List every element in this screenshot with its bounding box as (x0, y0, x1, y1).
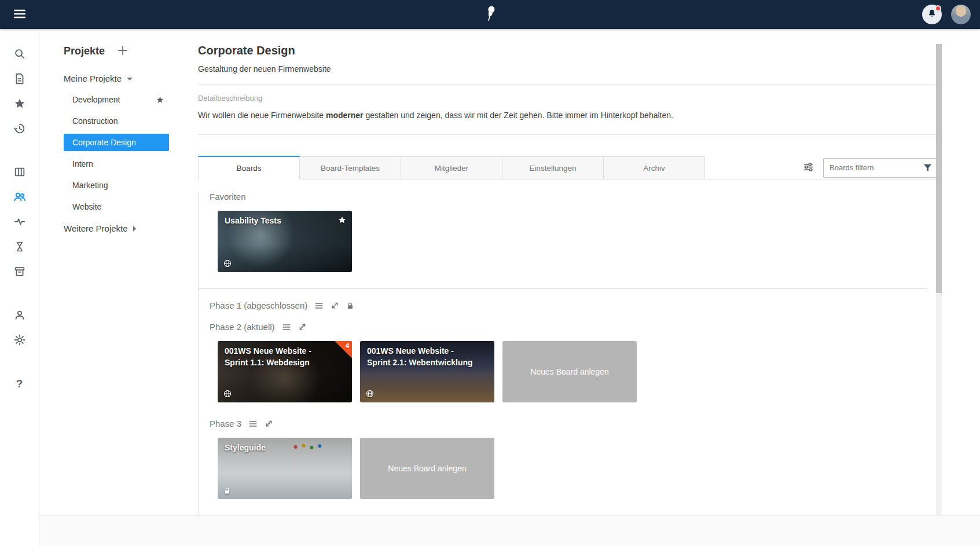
project-item-corporate-design[interactable]: Corporate Design (64, 134, 169, 151)
user-avatar[interactable] (951, 5, 971, 24)
tab-bar-controls (705, 156, 937, 179)
notifications-button[interactable] (922, 5, 942, 24)
rail-team-button[interactable] (8, 186, 31, 209)
vertical-scrollbar[interactable] (936, 44, 942, 515)
board-card-title: 001WS Neue Website - Sprint 1.1: Webdesi… (225, 346, 332, 368)
project-group-meine-projekte[interactable]: Meine Projekte (64, 74, 198, 83)
board-icon (13, 166, 26, 180)
section-lock-icon (346, 302, 354, 310)
tab-archiv[interactable]: Archiv (603, 156, 705, 179)
rail-archive-button[interactable] (8, 261, 31, 284)
board-card-title: 001WS Neue Website - Sprint 2.1: Webentw… (367, 346, 475, 368)
scrollbar-thumb[interactable] (936, 44, 942, 293)
project-item-website[interactable]: Website (64, 198, 169, 215)
user-icon (13, 309, 26, 323)
board-card-sprint-2-1[interactable]: 001WS Neue Website - Sprint 2.1: Webentw… (360, 341, 494, 402)
corner-badge-count: 4 (346, 342, 349, 349)
divider (198, 134, 937, 135)
bottom-strip (39, 515, 980, 546)
section-phase-1: Phase 1 (abgeschlossen) (210, 301, 936, 310)
rail-time-button[interactable] (8, 236, 31, 259)
help-icon: ? (16, 378, 23, 390)
top-header (0, 0, 980, 29)
main-content: Corporate Design Gestaltung der neuen Fi… (198, 29, 937, 516)
board-view-settings-button[interactable] (803, 162, 814, 174)
hourglass-icon (14, 240, 25, 255)
page-title: Corporate Design (198, 44, 937, 57)
team-icon (13, 190, 27, 206)
board-card-usability-tests[interactable]: Usability Tests (218, 211, 352, 272)
tab-bar: Boards Board-Templates Mitglieder Einste… (198, 156, 937, 179)
section-expand-icon[interactable] (331, 301, 339, 310)
chevron-down-icon (127, 78, 133, 80)
hamburger-icon (14, 9, 25, 20)
project-group-weitere-projekte[interactable]: Weitere Projekte (64, 223, 198, 233)
corner-badge (335, 341, 352, 358)
rail-boards-button[interactable] (8, 161, 31, 184)
project-item-intern[interactable]: Intern (64, 155, 169, 173)
section-menu-icon[interactable] (248, 419, 258, 428)
tab-einstellungen[interactable]: Einstellungen (502, 156, 604, 179)
tab-boards[interactable]: Boards (198, 156, 300, 179)
tab-board-templates[interactable]: Board-Templates (299, 156, 401, 179)
history-icon (13, 122, 26, 137)
board-star-icon[interactable] (337, 215, 347, 225)
add-project-button[interactable] (118, 45, 128, 57)
menu-button[interactable] (9, 4, 30, 25)
project-item-development[interactable]: Development (64, 91, 169, 108)
project-item-label: Website (72, 202, 101, 211)
rail-favorites-button[interactable] (8, 93, 31, 116)
rail-documents-button[interactable] (8, 68, 31, 91)
gear-icon (13, 334, 26, 348)
rail-activity-button[interactable] (8, 211, 31, 234)
projects-panel: Projekte Meine Projekte Development Cons… (39, 29, 198, 546)
favorite-star-icon[interactable] (156, 96, 164, 104)
section-collapse-icon[interactable] (298, 323, 307, 331)
add-board-label: Neues Board anlegen (530, 367, 608, 376)
project-item-construction[interactable]: Construction (64, 112, 169, 130)
project-group-label: Weitere Projekte (64, 223, 128, 233)
project-item-marketing[interactable]: Marketing (64, 177, 169, 194)
divider (199, 288, 928, 289)
lock-icon (223, 487, 231, 494)
board-card-title: Styleguide (225, 442, 332, 454)
description-bold: moderner (326, 111, 364, 120)
globe-icon (366, 390, 374, 398)
filter-funnel-icon (923, 163, 933, 175)
section-title-favoriten: Favoriten (210, 192, 936, 201)
phase-3-cards-row: Styleguide Neues Board anlegen (218, 438, 936, 499)
rail-history-button[interactable] (8, 118, 31, 141)
board-card-sprint-1-1[interactable]: 001WS Neue Website - Sprint 1.1: Webdesi… (218, 341, 352, 402)
tab-mitglieder[interactable]: Mitglieder (401, 156, 502, 179)
projects-title: Projekte (64, 45, 105, 57)
project-description: Wir wollen die neue Firmenwebsite modern… (198, 109, 937, 122)
search-icon (13, 47, 26, 62)
document-icon (13, 72, 26, 87)
phase-2-cards-row: 001WS Neue Website - Sprint 1.1: Webdesi… (218, 341, 936, 402)
globe-icon (223, 390, 232, 398)
section-title-phase-1: Phase 1 (abgeschlossen) (210, 301, 307, 310)
rail-search-button[interactable] (8, 43, 31, 66)
section-title-phase-3: Phase 3 (210, 419, 241, 428)
section-title-phase-2: Phase 2 (aktuell) (210, 322, 275, 332)
header-actions (922, 5, 971, 24)
section-menu-icon[interactable] (314, 301, 324, 310)
add-board-button[interactable]: Neues Board anlegen (502, 341, 637, 402)
rail-settings-button[interactable] (8, 329, 31, 352)
page-subtitle: Gestaltung der neuen Firmenwebsite (198, 64, 937, 74)
globe-icon (223, 259, 232, 267)
rail-help-button[interactable]: ? (8, 372, 31, 395)
section-menu-icon[interactable] (282, 323, 291, 332)
projects-header: Projekte (64, 45, 198, 57)
board-filter-input[interactable] (823, 158, 937, 178)
icon-rail: ? (0, 29, 39, 546)
board-card-title: Usability Tests (225, 215, 332, 227)
add-board-button[interactable]: Neues Board anlegen (360, 438, 494, 499)
project-item-label: Development (72, 95, 120, 104)
board-card-styleguide[interactable]: Styleguide (218, 438, 352, 499)
description-text: Wir wollen die neue Firmenwebsite (198, 111, 326, 120)
boards-tab-panel: Favoriten Usability Tests Phase 1 (abges… (198, 192, 937, 516)
section-collapse-icon[interactable] (265, 419, 273, 428)
archive-icon (13, 265, 26, 280)
rail-profile-button[interactable] (8, 304, 31, 327)
